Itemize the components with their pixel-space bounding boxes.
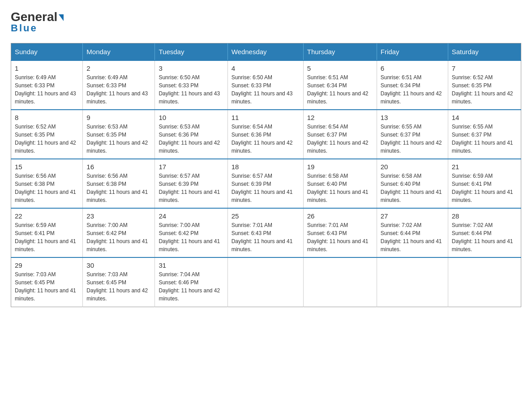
day-info: Sunrise: 7:00 AMSunset: 6:42 PMDaylight:… (86, 221, 151, 253)
day-number: 2 (86, 64, 151, 72)
day-info: Sunrise: 6:57 AMSunset: 6:39 PMDaylight:… (232, 172, 300, 204)
calendar-cell (227, 257, 303, 307)
calendar-cell: 12Sunrise: 6:54 AMSunset: 6:37 PMDayligh… (303, 110, 377, 159)
day-info: Sunrise: 6:49 AMSunset: 6:33 PMDaylight:… (15, 73, 79, 106)
day-info: Sunrise: 7:03 AMSunset: 6:45 PMDaylight:… (15, 270, 79, 303)
calendar-cell: 13Sunrise: 6:55 AMSunset: 6:37 PMDayligh… (377, 110, 448, 159)
header: General Blue (11, 11, 521, 34)
day-number: 26 (307, 212, 373, 220)
calendar-cell: 29Sunrise: 7:03 AMSunset: 6:45 PMDayligh… (11, 257, 83, 307)
header-day-thursday: Thursday (303, 43, 377, 61)
day-info: Sunrise: 6:55 AMSunset: 6:37 PMDaylight:… (452, 123, 517, 155)
calendar-cell: 8Sunrise: 6:52 AMSunset: 6:35 PMDaylight… (11, 110, 83, 159)
day-info: Sunrise: 6:49 AMSunset: 6:33 PMDaylight:… (86, 73, 151, 106)
day-info: Sunrise: 6:57 AMSunset: 6:39 PMDaylight:… (159, 172, 223, 204)
day-number: 30 (86, 261, 151, 269)
calendar-cell (303, 257, 377, 307)
calendar-cell: 26Sunrise: 7:01 AMSunset: 6:43 PMDayligh… (303, 208, 377, 257)
calendar-week-row: 22Sunrise: 6:59 AMSunset: 6:41 PMDayligh… (11, 208, 521, 257)
day-number: 29 (15, 261, 79, 269)
calendar-cell: 4Sunrise: 6:50 AMSunset: 6:33 PMDaylight… (227, 60, 303, 110)
calendar-cell: 14Sunrise: 6:55 AMSunset: 6:37 PMDayligh… (448, 110, 521, 159)
day-info: Sunrise: 6:51 AMSunset: 6:34 PMDaylight:… (381, 73, 444, 106)
day-number: 24 (159, 212, 223, 220)
calendar-cell: 23Sunrise: 7:00 AMSunset: 6:42 PMDayligh… (83, 208, 155, 257)
header-day-sunday: Sunday (11, 43, 83, 61)
logo-blue: Blue (11, 22, 38, 34)
calendar-week-row: 1Sunrise: 6:49 AMSunset: 6:33 PMDaylight… (11, 60, 521, 110)
day-number: 13 (381, 114, 444, 121)
day-info: Sunrise: 7:03 AMSunset: 6:45 PMDaylight:… (86, 270, 151, 303)
day-number: 10 (159, 114, 223, 121)
day-number: 3 (159, 64, 223, 72)
calendar-cell: 22Sunrise: 6:59 AMSunset: 6:41 PMDayligh… (11, 208, 83, 257)
calendar-week-row: 8Sunrise: 6:52 AMSunset: 6:35 PMDaylight… (11, 110, 521, 159)
day-info: Sunrise: 6:52 AMSunset: 6:35 PMDaylight:… (15, 123, 79, 155)
day-info: Sunrise: 6:54 AMSunset: 6:37 PMDaylight:… (307, 123, 373, 155)
day-info: Sunrise: 6:54 AMSunset: 6:36 PMDaylight:… (232, 123, 300, 155)
calendar-cell: 3Sunrise: 6:50 AMSunset: 6:33 PMDaylight… (155, 60, 227, 110)
day-info: Sunrise: 6:53 AMSunset: 6:36 PMDaylight:… (159, 123, 223, 155)
day-number: 14 (452, 114, 517, 121)
calendar-cell: 19Sunrise: 6:58 AMSunset: 6:40 PMDayligh… (303, 159, 377, 208)
calendar-week-row: 15Sunrise: 6:56 AMSunset: 6:38 PMDayligh… (11, 159, 521, 208)
day-info: Sunrise: 7:02 AMSunset: 6:44 PMDaylight:… (452, 221, 517, 253)
calendar-cell: 28Sunrise: 7:02 AMSunset: 6:44 PMDayligh… (448, 208, 521, 257)
day-info: Sunrise: 7:04 AMSunset: 6:46 PMDaylight:… (159, 270, 223, 303)
calendar-cell: 31Sunrise: 7:04 AMSunset: 6:46 PMDayligh… (155, 257, 227, 307)
day-number: 1 (15, 64, 79, 72)
day-info: Sunrise: 6:56 AMSunset: 6:38 PMDaylight:… (86, 172, 151, 204)
day-info: Sunrise: 6:58 AMSunset: 6:40 PMDaylight:… (381, 172, 444, 204)
logo-general: General (11, 11, 64, 23)
header-day-wednesday: Wednesday (227, 43, 303, 61)
day-number: 19 (307, 163, 373, 171)
calendar-cell: 16Sunrise: 6:56 AMSunset: 6:38 PMDayligh… (83, 159, 155, 208)
day-info: Sunrise: 6:53 AMSunset: 6:35 PMDaylight:… (86, 123, 151, 155)
header-day-tuesday: Tuesday (155, 43, 227, 61)
logo: General Blue (11, 11, 64, 34)
day-info: Sunrise: 7:02 AMSunset: 6:44 PMDaylight:… (381, 221, 444, 253)
calendar-cell: 27Sunrise: 7:02 AMSunset: 6:44 PMDayligh… (377, 208, 448, 257)
calendar-cell: 17Sunrise: 6:57 AMSunset: 6:39 PMDayligh… (155, 159, 227, 208)
calendar-cell: 24Sunrise: 7:00 AMSunset: 6:42 PMDayligh… (155, 208, 227, 257)
day-number: 8 (15, 114, 79, 121)
day-number: 21 (452, 163, 517, 171)
calendar-cell: 5Sunrise: 6:51 AMSunset: 6:34 PMDaylight… (303, 60, 377, 110)
day-info: Sunrise: 6:59 AMSunset: 6:41 PMDaylight:… (15, 221, 79, 253)
day-number: 25 (232, 212, 300, 220)
calendar-cell: 10Sunrise: 6:53 AMSunset: 6:36 PMDayligh… (155, 110, 227, 159)
calendar-cell: 21Sunrise: 6:59 AMSunset: 6:41 PMDayligh… (448, 159, 521, 208)
calendar-cell: 25Sunrise: 7:01 AMSunset: 6:43 PMDayligh… (227, 208, 303, 257)
day-number: 31 (159, 261, 223, 269)
day-info: Sunrise: 6:51 AMSunset: 6:34 PMDaylight:… (307, 73, 373, 106)
calendar-cell: 18Sunrise: 6:57 AMSunset: 6:39 PMDayligh… (227, 159, 303, 208)
day-info: Sunrise: 6:50 AMSunset: 6:33 PMDaylight:… (159, 73, 223, 106)
calendar-cell (377, 257, 448, 307)
calendar-cell: 7Sunrise: 6:52 AMSunset: 6:35 PMDaylight… (448, 60, 521, 110)
calendar-cell: 2Sunrise: 6:49 AMSunset: 6:33 PMDaylight… (83, 60, 155, 110)
calendar-table: SundayMondayTuesdayWednesdayThursdayFrid… (11, 43, 521, 307)
calendar-cell: 20Sunrise: 6:58 AMSunset: 6:40 PMDayligh… (377, 159, 448, 208)
header-day-saturday: Saturday (448, 43, 521, 61)
day-info: Sunrise: 6:52 AMSunset: 6:35 PMDaylight:… (452, 73, 517, 106)
day-info: Sunrise: 6:59 AMSunset: 6:41 PMDaylight:… (452, 172, 517, 204)
calendar-cell: 9Sunrise: 6:53 AMSunset: 6:35 PMDaylight… (83, 110, 155, 159)
day-info: Sunrise: 7:00 AMSunset: 6:42 PMDaylight:… (159, 221, 223, 253)
calendar-week-row: 29Sunrise: 7:03 AMSunset: 6:45 PMDayligh… (11, 257, 521, 307)
day-number: 12 (307, 114, 373, 121)
calendar-cell: 15Sunrise: 6:56 AMSunset: 6:38 PMDayligh… (11, 159, 83, 208)
day-number: 11 (232, 114, 300, 121)
header-day-monday: Monday (83, 43, 155, 61)
day-number: 20 (381, 163, 444, 171)
calendar-cell: 1Sunrise: 6:49 AMSunset: 6:33 PMDaylight… (11, 60, 83, 110)
day-info: Sunrise: 6:56 AMSunset: 6:38 PMDaylight:… (15, 172, 79, 204)
day-number: 16 (86, 163, 151, 171)
day-number: 15 (15, 163, 79, 171)
day-number: 6 (381, 64, 444, 72)
day-number: 27 (381, 212, 444, 220)
day-number: 5 (307, 64, 373, 72)
day-number: 23 (86, 212, 151, 220)
calendar-header-row: SundayMondayTuesdayWednesdayThursdayFrid… (11, 43, 521, 61)
day-number: 18 (232, 163, 300, 171)
day-number: 9 (86, 114, 151, 121)
